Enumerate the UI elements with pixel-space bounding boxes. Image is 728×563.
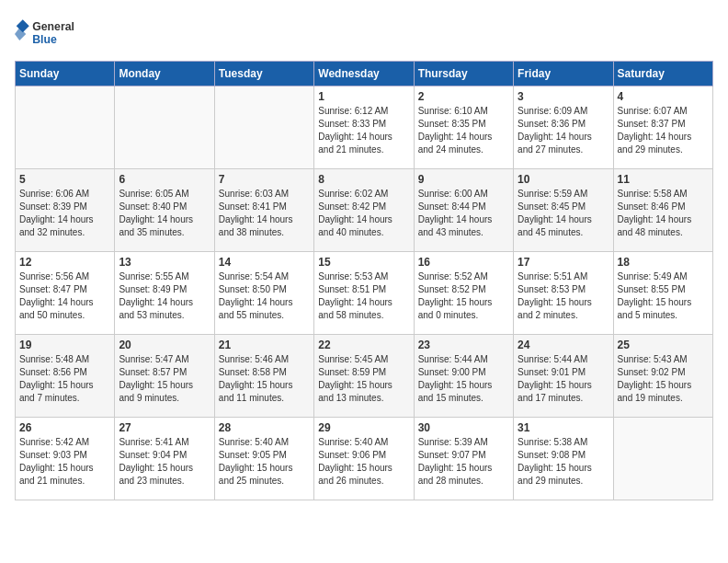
day-number: 2	[418, 90, 509, 103]
logo: General Blue	[15, 15, 79, 52]
calendar-cell: 23Sunrise: 5:44 AM Sunset: 9:00 PM Dayli…	[414, 335, 513, 418]
day-number: 7	[219, 173, 310, 186]
calendar-cell: 27Sunrise: 5:41 AM Sunset: 9:04 PM Dayli…	[115, 418, 214, 500]
calendar-cell: 6Sunrise: 6:05 AM Sunset: 8:40 PM Daylig…	[115, 169, 214, 252]
day-number: 28	[219, 421, 310, 434]
day-number: 1	[318, 90, 409, 103]
column-header-wednesday: Wednesday	[314, 62, 414, 86]
day-detail: Sunrise: 6:05 AM Sunset: 8:40 PM Dayligh…	[119, 188, 210, 239]
day-number: 12	[19, 256, 110, 269]
calendar-cell: 1Sunrise: 6:12 AM Sunset: 8:33 PM Daylig…	[314, 86, 414, 169]
day-detail: Sunrise: 5:45 AM Sunset: 8:59 PM Dayligh…	[318, 353, 409, 405]
calendar-cell: 3Sunrise: 6:09 AM Sunset: 8:36 PM Daylig…	[514, 86, 613, 169]
calendar-cell: 8Sunrise: 6:02 AM Sunset: 8:42 PM Daylig…	[314, 169, 414, 252]
calendar-week-3: 12Sunrise: 5:56 AM Sunset: 8:47 PM Dayli…	[16, 252, 713, 335]
day-number: 27	[119, 421, 210, 434]
calendar-cell: 13Sunrise: 5:55 AM Sunset: 8:49 PM Dayli…	[115, 252, 214, 335]
column-header-monday: Monday	[115, 62, 214, 86]
day-number: 10	[518, 173, 609, 186]
day-number: 9	[418, 173, 509, 186]
column-header-friday: Friday	[514, 62, 613, 86]
calendar-cell: 24Sunrise: 5:44 AM Sunset: 9:01 PM Dayli…	[514, 335, 613, 418]
calendar-week-2: 5Sunrise: 6:06 AM Sunset: 8:39 PM Daylig…	[16, 169, 713, 252]
calendar-cell	[115, 86, 214, 169]
column-header-thursday: Thursday	[414, 62, 513, 86]
day-detail: Sunrise: 5:51 AM Sunset: 8:53 PM Dayligh…	[518, 270, 609, 322]
day-number: 19	[19, 339, 110, 351]
day-detail: Sunrise: 5:43 AM Sunset: 9:02 PM Dayligh…	[618, 353, 709, 405]
calendar-cell: 11Sunrise: 5:58 AM Sunset: 8:46 PM Dayli…	[613, 169, 712, 252]
calendar-cell: 9Sunrise: 6:00 AM Sunset: 8:44 PM Daylig…	[414, 169, 513, 252]
day-number: 20	[119, 339, 210, 351]
calendar-cell: 28Sunrise: 5:40 AM Sunset: 9:05 PM Dayli…	[214, 418, 313, 500]
day-detail: Sunrise: 5:58 AM Sunset: 8:46 PM Dayligh…	[618, 188, 709, 239]
day-detail: Sunrise: 5:59 AM Sunset: 8:45 PM Dayligh…	[518, 188, 609, 239]
calendar-cell: 16Sunrise: 5:52 AM Sunset: 8:52 PM Dayli…	[414, 252, 513, 335]
calendar-cell: 29Sunrise: 5:40 AM Sunset: 9:06 PM Dayli…	[314, 418, 414, 500]
calendar-cell: 26Sunrise: 5:42 AM Sunset: 9:03 PM Dayli…	[16, 418, 115, 500]
calendar-cell	[613, 418, 712, 500]
day-number: 23	[418, 339, 509, 351]
day-detail: Sunrise: 5:41 AM Sunset: 9:04 PM Dayligh…	[119, 436, 210, 488]
svg-text:General: General	[32, 20, 74, 33]
column-header-saturday: Saturday	[613, 62, 712, 86]
day-number: 5	[19, 173, 110, 186]
day-detail: Sunrise: 6:02 AM Sunset: 8:42 PM Dayligh…	[318, 188, 409, 239]
column-header-sunday: Sunday	[16, 62, 115, 86]
day-detail: Sunrise: 5:46 AM Sunset: 8:58 PM Dayligh…	[219, 353, 310, 405]
day-number: 22	[318, 339, 409, 351]
day-number: 6	[119, 173, 210, 186]
calendar-cell: 14Sunrise: 5:54 AM Sunset: 8:50 PM Dayli…	[214, 252, 313, 335]
day-detail: Sunrise: 6:09 AM Sunset: 8:36 PM Dayligh…	[518, 105, 609, 156]
calendar-cell: 31Sunrise: 5:38 AM Sunset: 9:08 PM Dayli…	[514, 418, 613, 500]
svg-text:Blue: Blue	[32, 33, 57, 46]
calendar-cell: 20Sunrise: 5:47 AM Sunset: 8:57 PM Dayli…	[115, 335, 214, 418]
day-detail: Sunrise: 5:52 AM Sunset: 8:52 PM Dayligh…	[418, 270, 509, 322]
day-detail: Sunrise: 5:38 AM Sunset: 9:08 PM Dayligh…	[518, 436, 609, 488]
day-number: 17	[518, 256, 609, 269]
day-detail: Sunrise: 6:06 AM Sunset: 8:39 PM Dayligh…	[19, 188, 110, 239]
day-detail: Sunrise: 6:00 AM Sunset: 8:44 PM Dayligh…	[418, 188, 509, 239]
calendar-week-4: 19Sunrise: 5:48 AM Sunset: 8:56 PM Dayli…	[16, 335, 713, 418]
day-number: 11	[618, 173, 709, 186]
calendar-cell: 18Sunrise: 5:49 AM Sunset: 8:55 PM Dayli…	[613, 252, 712, 335]
day-detail: Sunrise: 5:53 AM Sunset: 8:51 PM Dayligh…	[318, 270, 409, 322]
calendar-cell: 25Sunrise: 5:43 AM Sunset: 9:02 PM Dayli…	[613, 335, 712, 418]
page-header: General Blue	[15, 15, 713, 52]
day-detail: Sunrise: 5:48 AM Sunset: 8:56 PM Dayligh…	[19, 353, 110, 405]
day-number: 31	[518, 421, 609, 434]
day-detail: Sunrise: 6:10 AM Sunset: 8:35 PM Dayligh…	[418, 105, 509, 156]
day-number: 24	[518, 339, 609, 351]
calendar-table: SundayMondayTuesdayWednesdayThursdayFrid…	[15, 61, 713, 500]
calendar-cell	[214, 86, 313, 169]
logo-icon: General Blue	[15, 15, 79, 52]
day-detail: Sunrise: 5:55 AM Sunset: 8:49 PM Dayligh…	[119, 270, 210, 322]
calendar-cell: 4Sunrise: 6:07 AM Sunset: 8:37 PM Daylig…	[613, 86, 712, 169]
calendar-cell: 5Sunrise: 6:06 AM Sunset: 8:39 PM Daylig…	[16, 169, 115, 252]
day-number: 4	[618, 90, 709, 103]
day-detail: Sunrise: 5:40 AM Sunset: 9:06 PM Dayligh…	[318, 436, 409, 488]
day-number: 18	[618, 256, 709, 269]
day-detail: Sunrise: 5:47 AM Sunset: 8:57 PM Dayligh…	[119, 353, 210, 405]
calendar-cell: 2Sunrise: 6:10 AM Sunset: 8:35 PM Daylig…	[414, 86, 513, 169]
day-detail: Sunrise: 5:44 AM Sunset: 9:00 PM Dayligh…	[418, 353, 509, 405]
day-detail: Sunrise: 5:49 AM Sunset: 8:55 PM Dayligh…	[618, 270, 709, 322]
calendar-cell: 17Sunrise: 5:51 AM Sunset: 8:53 PM Dayli…	[514, 252, 613, 335]
day-detail: Sunrise: 5:44 AM Sunset: 9:01 PM Dayligh…	[518, 353, 609, 405]
calendar-cell: 7Sunrise: 6:03 AM Sunset: 8:41 PM Daylig…	[214, 169, 313, 252]
day-number: 16	[418, 256, 509, 269]
day-detail: Sunrise: 6:12 AM Sunset: 8:33 PM Dayligh…	[318, 105, 409, 156]
calendar-cell: 10Sunrise: 5:59 AM Sunset: 8:45 PM Dayli…	[514, 169, 613, 252]
day-number: 8	[318, 173, 409, 186]
day-number: 25	[618, 339, 709, 351]
calendar-cell: 21Sunrise: 5:46 AM Sunset: 8:58 PM Dayli…	[214, 335, 313, 418]
day-detail: Sunrise: 6:03 AM Sunset: 8:41 PM Dayligh…	[219, 188, 310, 239]
calendar-cell	[16, 86, 115, 169]
day-detail: Sunrise: 6:07 AM Sunset: 8:37 PM Dayligh…	[618, 105, 709, 156]
day-number: 15	[318, 256, 409, 269]
calendar-cell: 19Sunrise: 5:48 AM Sunset: 8:56 PM Dayli…	[16, 335, 115, 418]
day-number: 21	[219, 339, 310, 351]
calendar-cell: 22Sunrise: 5:45 AM Sunset: 8:59 PM Dayli…	[314, 335, 414, 418]
calendar-week-5: 26Sunrise: 5:42 AM Sunset: 9:03 PM Dayli…	[16, 418, 713, 500]
day-detail: Sunrise: 5:56 AM Sunset: 8:47 PM Dayligh…	[19, 270, 110, 322]
